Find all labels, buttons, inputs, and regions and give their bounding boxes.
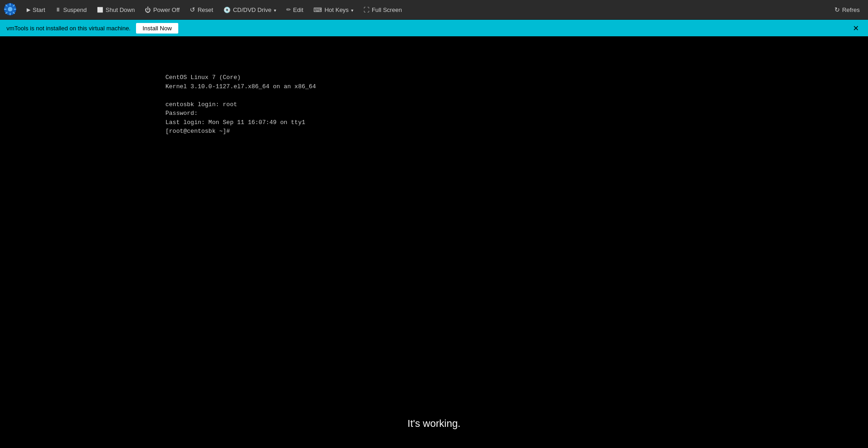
terminal-line-6: [root@centosbk ~]# <box>165 127 868 136</box>
hotkeys-chevron-icon <box>351 6 353 13</box>
edit-icon <box>286 6 291 13</box>
hotkeys-button[interactable]: Hot Keys <box>309 2 358 17</box>
suspend-button[interactable]: Suspend <box>51 2 91 17</box>
reset-icon <box>190 6 195 13</box>
start-button[interactable]: Start <box>22 2 50 17</box>
terminal-area[interactable]: CentOS Linux 7 (Core) Kernel 3.10.0-1127… <box>0 36 868 448</box>
caption-label: It's working. <box>408 418 460 429</box>
terminal-line-0: CentOS Linux 7 (Core) <box>165 73 868 82</box>
terminal-line-3: centosbk login: root <box>165 100 868 109</box>
cddvd-button[interactable]: CD/DVD Drive <box>219 2 281 17</box>
fullscreen-button[interactable]: Full Screen <box>359 2 407 17</box>
refresh-icon <box>834 6 840 13</box>
start-label: Start <box>33 6 45 13</box>
svg-point-1 <box>8 7 12 11</box>
hotkeys-label: Hot Keys <box>324 6 349 13</box>
stop-icon <box>97 7 103 13</box>
fullscreen-icon <box>363 6 369 13</box>
cddvd-chevron-icon <box>274 6 276 13</box>
terminal-line-5: Last login: Mon Sep 11 16:07:49 on tty1 <box>165 118 868 127</box>
pause-icon <box>55 6 61 13</box>
hotkeys-icon <box>313 6 322 13</box>
terminal-content: CentOS Linux 7 (Core) Kernel 3.10.0-1127… <box>0 36 868 448</box>
toolbar: Start Suspend Shut Down Power Off Reset … <box>0 0 868 20</box>
suspend-label: Suspend <box>63 6 86 13</box>
reset-label: Reset <box>198 6 213 13</box>
play-icon <box>27 7 30 13</box>
reset-button[interactable]: Reset <box>185 2 218 17</box>
edit-button[interactable]: Edit <box>282 2 308 17</box>
notification-close-icon[interactable]: ✕ <box>850 23 862 34</box>
power-icon <box>145 6 151 13</box>
notification-message: vmTools is not installed on this virtual… <box>6 25 130 32</box>
shutdown-label: Shut Down <box>106 6 135 13</box>
fullscreen-label: Full Screen <box>372 6 402 13</box>
poweroff-button[interactable]: Power Off <box>140 2 184 17</box>
refresh-label: Refres <box>842 6 860 13</box>
terminal-line-4: Password: <box>165 109 868 118</box>
cddvd-label: CD/DVD Drive <box>233 6 272 13</box>
cd-icon <box>223 6 231 13</box>
terminal-line-1: Kernel 3.10.0-1127.el7.x86_64 on an x86_… <box>165 82 868 91</box>
terminal-line-2 <box>165 91 868 100</box>
edit-label: Edit <box>293 6 303 13</box>
caption-text: It's working. <box>0 418 868 430</box>
install-now-button[interactable]: Install Now <box>136 23 178 34</box>
refresh-button[interactable]: Refres <box>830 2 864 17</box>
poweroff-label: Power Off <box>153 6 180 13</box>
notification-bar: vmTools is not installed on this virtual… <box>0 20 868 36</box>
shutdown-button[interactable]: Shut Down <box>92 2 140 17</box>
vmware-logo <box>4 3 17 17</box>
